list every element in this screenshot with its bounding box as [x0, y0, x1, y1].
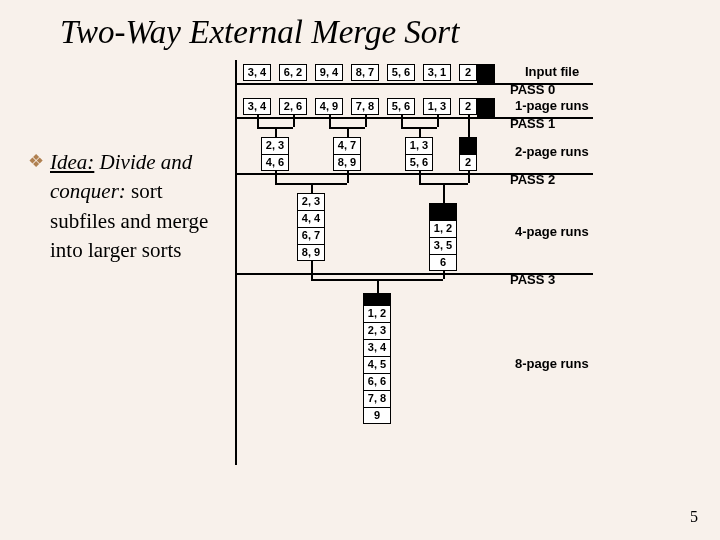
label-4page: 4-page runs: [515, 224, 589, 239]
idea-underline: Idea:: [50, 150, 94, 174]
input-cell: 5, 6: [387, 64, 415, 81]
run4-cell: 6: [429, 254, 457, 271]
final-cell: 1, 2: [363, 305, 391, 322]
run1-cell: 7, 8: [351, 98, 379, 115]
run1-cell: 5, 6: [387, 98, 415, 115]
run4-cell: 1, 2: [429, 220, 457, 237]
input-cell: 8, 7: [351, 64, 379, 81]
input-cell: 9, 4: [315, 64, 343, 81]
label-pass1: PASS 1: [510, 116, 555, 131]
run1-cell: 2: [459, 98, 477, 115]
label-pass2: PASS 2: [510, 172, 555, 187]
label-pass0: PASS 0: [510, 82, 555, 97]
input-black: [477, 64, 495, 83]
run4-cell: 6, 7: [297, 227, 325, 244]
run4-black: [429, 203, 457, 220]
label-8page: 8-page runs: [515, 356, 589, 371]
idea-text: Idea: Divide and conquer: sort subfiles …: [50, 148, 230, 266]
final-cell: 4, 5: [363, 356, 391, 373]
run1-cell: 2, 6: [279, 98, 307, 115]
final-cell: 6, 6: [363, 373, 391, 390]
bullet-icon: ❖: [28, 150, 44, 172]
final-cell: 9: [363, 407, 391, 424]
input-cell: 3, 1: [423, 64, 451, 81]
run2-cell: 2: [459, 154, 477, 171]
label-1page: 1-page runs: [515, 98, 589, 113]
run4-cell: 2, 3: [297, 193, 325, 210]
run2-cell: 4, 6: [261, 154, 289, 171]
input-cell: 6, 2: [279, 64, 307, 81]
run2-cell: 4, 7: [333, 137, 361, 154]
run2-cell: 5, 6: [405, 154, 433, 171]
final-cell: 2, 3: [363, 322, 391, 339]
label-2page: 2-page runs: [515, 144, 589, 159]
run2-black: [459, 137, 477, 154]
run4-cell: 4, 4: [297, 210, 325, 227]
merge-diagram: 3, 4 6, 2 9, 4 8, 7 5, 6 3, 1 2 3, 4 2, …: [235, 60, 700, 490]
run4-cell: 8, 9: [297, 244, 325, 261]
main-divider: [235, 60, 237, 465]
input-cell: 3, 4: [243, 64, 271, 81]
slide-number: 5: [690, 508, 698, 526]
final-black: [363, 293, 391, 305]
run2-cell: 2, 3: [261, 137, 289, 154]
run2-cell: 8, 9: [333, 154, 361, 171]
run1-black: [477, 98, 495, 117]
run2-cell: 1, 3: [405, 137, 433, 154]
input-cell: 2: [459, 64, 477, 81]
final-cell: 7, 8: [363, 390, 391, 407]
label-pass3: PASS 3: [510, 272, 555, 287]
run1-cell: 1, 3: [423, 98, 451, 115]
run1-cell: 4, 9: [315, 98, 343, 115]
slide-title: Two-Way External Merge Sort: [60, 14, 459, 51]
run1-cell: 3, 4: [243, 98, 271, 115]
final-cell: 3, 4: [363, 339, 391, 356]
label-input: Input file: [525, 64, 579, 79]
run4-cell: 3, 5: [429, 237, 457, 254]
